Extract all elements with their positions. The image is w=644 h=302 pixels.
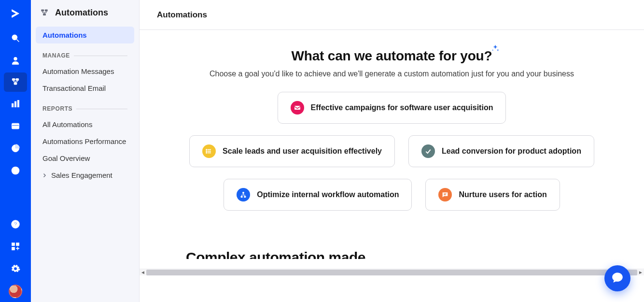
svg-point-26 [206,153,207,153]
svg-line-1 [17,40,19,42]
automations-section-icon [40,8,49,18]
activecampaign-logo-icon [10,8,21,19]
topbar: Automations [140,0,644,30]
scroll-left-arrow[interactable]: ◄ [140,270,146,275]
section-label: MANAGE [42,52,70,59]
hero: What can we automate for you? Choose a g… [210,48,574,78]
svg-rect-3 [12,79,15,81]
sidebar-item-sales-engagement[interactable]: Sales Engagement [36,167,134,184]
goal-cards: Effective campaigns for software user ac… [175,92,609,211]
hero-subtitle: Choose a goal you'd like to achieve and … [210,70,574,78]
sidebar-item-goal-overview[interactable]: Goal Overview [36,150,134,167]
svg-rect-29 [244,196,246,198]
primary-nav-rail: ? [0,0,31,302]
svg-rect-8 [17,101,19,107]
sidebar-item-label: Transactional Email [42,84,106,92]
sidebar-item-transactional-email[interactable]: Transactional Email [36,80,134,97]
sidebar-item-label: Automation Messages [42,67,114,75]
sidebar-item-all-automations[interactable]: All Automations [36,116,134,133]
goal-card-nurture-users[interactable]: Nurture users for action [425,179,560,211]
svg-rect-16 [12,247,15,250]
goal-card-optimize-workflow[interactable]: Optimize internal workflow automation [224,179,412,211]
help-icon: ? [10,219,21,230]
svg-rect-5 [14,83,17,85]
sidebar-item-automations[interactable]: Automations [36,27,134,43]
svg-rect-10 [12,125,19,126]
nav-automations[interactable] [4,72,27,92]
svg-point-25 [206,151,207,151]
user-avatar[interactable] [9,285,22,298]
svg-rect-7 [14,101,16,107]
svg-text:?: ? [14,221,17,227]
scroll-track[interactable] [146,270,637,275]
mail-icon [291,101,304,115]
sidebar-item-label: Sales Engagement [51,171,112,179]
svg-rect-4 [16,79,19,81]
list-icon [202,144,216,158]
svg-point-2 [14,57,17,60]
svg-rect-6 [12,103,14,107]
sidebar-item-label: Automations [42,31,87,39]
svg-point-27 [242,192,244,194]
sidebar-item-automation-messages[interactable]: Automation Messages [36,63,134,80]
goal-card-label: Scale leads and user acquisition effecti… [223,147,382,156]
sidebar-item-automations-performance[interactable]: Automations Performance [36,133,134,150]
nav-website[interactable] [0,159,31,182]
app-root: ? Automations Au [0,0,644,302]
svg-rect-14 [12,243,15,246]
nav-campaigns[interactable] [0,93,31,115]
goal-card-label: Effective campaigns for software user ac… [311,103,493,112]
goal-card-label: Nurture users for action [459,190,546,199]
svg-point-0 [12,35,17,40]
main-area: Automations What can we automate for you… [140,0,644,302]
app-logo[interactable] [0,0,31,27]
chevron-right-icon [42,173,48,178]
page-title: Automations [157,10,207,20]
goal-card-label: Lead conversion for product adoption [442,147,581,156]
nav-contacts[interactable] [0,49,31,72]
nav-apps[interactable] [0,235,31,258]
svg-rect-28 [241,196,243,198]
next-section-heading: Complex automation made [186,230,365,259]
svg-rect-18 [45,9,48,11]
deals-icon [10,121,21,131]
content-scroll[interactable]: What can we automate for you? Choose a g… [140,30,644,302]
secondary-sidebar: Automations Automations MANAGE Automatio… [31,0,140,302]
chat-icon [438,188,452,201]
sidebar-group-top: Automations MANAGE Automation Messages T… [31,24,139,184]
sidebar-section-manage: MANAGE [36,43,134,63]
goal-card-campaigns[interactable]: Effective campaigns for software user ac… [278,92,506,124]
person-icon [10,55,21,66]
svg-rect-19 [43,13,46,15]
sidebar-header-title: Automations [55,8,108,18]
upload-icon [10,165,21,176]
sidebar-item-label: Automations Performance [42,137,126,145]
workflow-icon [237,188,250,201]
goal-card-lead-conversion[interactable]: Lead conversion for product adoption [408,135,594,167]
automations-icon [10,77,21,87]
chat-launcher[interactable] [604,265,630,291]
check-icon [421,144,435,158]
scroll-right-arrow[interactable]: ► [637,270,644,275]
hero-title-text: What can we automate for you? [292,48,492,63]
horizontal-scrollbar[interactable]: ◄ ► [140,269,644,275]
hero-title: What can we automate for you? [292,48,492,64]
campaigns-icon [10,99,21,109]
pie-chart-icon [10,143,21,154]
goal-card-scale-leads[interactable]: Scale leads and user acquisition effecti… [189,135,395,167]
goal-card-label: Optimize internal workflow automation [257,190,399,199]
svg-rect-9 [12,123,19,129]
sidebar-header: Automations [31,5,139,24]
nav-settings[interactable] [0,258,31,280]
search-icon [10,33,21,43]
nav-reports[interactable] [0,137,31,159]
rail-top-group [0,0,31,182]
sidebar-item-label: Goal Overview [42,154,90,162]
section-label: REPORTS [42,105,72,112]
nav-help[interactable]: ? [0,213,31,235]
content: What can we automate for you? Choose a g… [140,30,644,269]
nav-search[interactable] [0,27,31,49]
nav-deals[interactable] [0,115,31,137]
svg-point-24 [206,149,207,150]
apps-icon [10,241,21,252]
